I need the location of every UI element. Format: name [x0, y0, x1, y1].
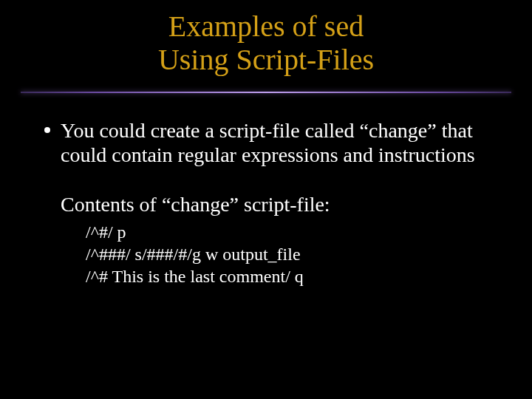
title-line-1: Examples of sed: [0, 10, 532, 44]
script-line: /^###/ s/###/#/g w output_file: [86, 243, 488, 265]
bullet-item: You could create a script-file called “c…: [44, 118, 488, 167]
script-file-contents: /^#/ p /^###/ s/###/#/g w output_file /^…: [86, 221, 488, 287]
spacer: [44, 167, 488, 192]
contents-label: Contents of “change” script-file:: [61, 192, 488, 216]
bullet-dot-icon: [44, 127, 50, 133]
slide-title: Examples of sed Using Script-Files: [0, 0, 532, 77]
underline-glow: [21, 92, 511, 93]
title-line-2: Using Script-Files: [0, 44, 532, 77]
slide: Examples of sed Using Script-Files You c…: [0, 0, 532, 399]
slide-body: You could create a script-file called “c…: [0, 98, 532, 287]
bullet-text: You could create a script-file called “c…: [61, 118, 488, 167]
script-line: /^#/ p: [86, 221, 488, 243]
title-underline: [21, 87, 511, 98]
script-line: /^# This is the last comment/ q: [86, 265, 488, 287]
